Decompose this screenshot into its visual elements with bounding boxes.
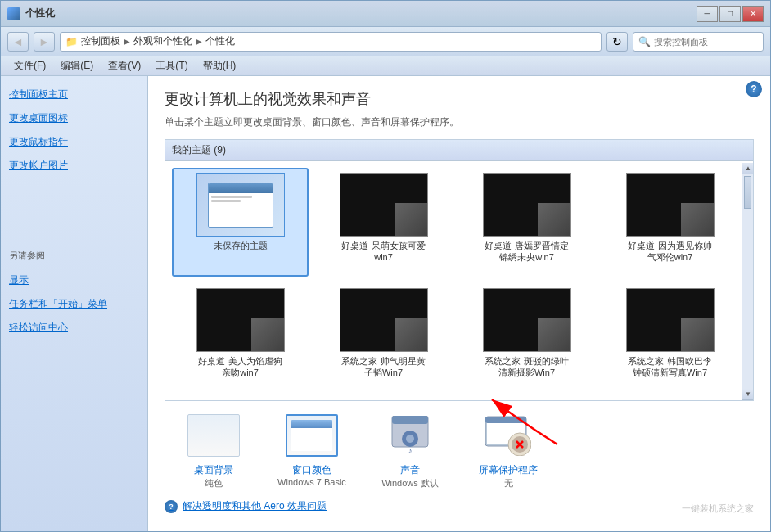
bottom-item-sound[interactable]: ♪ 声音 Windows 默认 [361,411,459,489]
search-input[interactable] [654,37,758,47]
minimize-button[interactable]: ─ [697,6,718,22]
theme-thumb-2 [483,173,571,237]
sidebar-item-display[interactable]: 显示 [9,272,139,289]
close-button[interactable]: ✕ [742,6,764,22]
theme-item-4[interactable]: 好桌道 美人为馅虐狗亲吻win7 [172,283,309,392]
theme-item-3[interactable]: 好桌道 因为遇见你帅气邓伦win7 [602,168,738,277]
corner-decoration-7 [681,318,714,351]
menu-file[interactable]: 文件(F) [7,57,52,74]
corner-decoration-3 [681,203,714,236]
menu-bar: 文件(F) 编辑(E) 查看(V) 工具(T) 帮助(H) [1,56,770,76]
refresh-icon: ↻ [612,35,622,48]
window-mock-line1 [211,196,252,198]
scroll-thumb[interactable] [744,176,751,209]
sidebar-item-taskbar[interactable]: 任务栏和「开始」菜单 [9,295,139,313]
search-box[interactable]: 🔍 [633,32,764,52]
scroll-down-button[interactable]: ▼ [742,389,754,400]
theme-label-1: 好桌道 呆萌女孩可爱win7 [339,240,429,264]
sidebar-item-home[interactable]: 控制面板主页 [9,86,139,103]
sidebar: 控制面板主页 更改桌面图标 更改鼠标指针 更改帐户图片 另请参阅 显示 任务栏和… [1,76,148,531]
content-area: ? 更改计算机上的视觉效果和声音 单击某个主题立即更改桌面背景、窗口颜色、声音和… [148,76,770,531]
theme-item-5[interactable]: 系统之家 帅气明星黄子韬Win7 [315,283,452,392]
window-mock-titlebar [209,183,273,193]
themes-grid: 未保存的主题 好桌道 呆萌女孩可爱win7 好桌道 [165,161,753,399]
path-separator-1: ▶ [124,37,130,46]
theme-item-2[interactable]: 好桌道 唐嫣罗晋情定锦绣未央win7 [458,168,595,277]
bottom-item-screensaver[interactable]: 屏幕保护程序 无 [459,411,557,489]
bottom-label-desktop[interactable]: 桌面背景 [194,463,233,477]
bottom-label-sound[interactable]: 声音 [400,463,420,477]
theme-thumb-1 [340,173,428,237]
window-color-mock [291,420,332,451]
restore-button[interactable]: □ [719,6,741,22]
page-description: 单击某个主题立即更改桌面背景、窗口颜色、声音和屏幕保护程序。 [165,115,754,129]
bottom-item-desktop[interactable]: 桌面背景 纯色 [165,411,263,489]
window-title: 个性化 [25,7,55,20]
scroll-track [742,174,753,389]
menu-help[interactable]: 帮助(H) [196,57,243,74]
page-title: 更改计算机上的视觉效果和声音 [165,89,754,109]
theme-label-3: 好桌道 因为遇见你帅气邓伦win7 [625,240,715,264]
bottom-sublabel-window-color: Windows 7 Basic [277,477,346,487]
sidebar-item-accessibility[interactable]: 轻松访问中心 [9,319,139,336]
path-part-2: 外观和个性化 [133,34,192,48]
bottom-label-window-color[interactable]: 窗口颜色 [292,463,331,477]
corner-decoration-6 [538,318,570,351]
bottom-sublabel-screensaver: 无 [504,477,513,489]
path-part-3: 个性化 [205,34,235,48]
bottom-help-link[interactable]: ? 解决透明度和其他 Aero 效果问题 [165,499,754,513]
sound-icon: ♪ [384,414,436,457]
theme-item-6[interactable]: 系统之家 斑驳的绿叶清新摄影Win7 [458,283,595,392]
path-separator-2: ▶ [196,37,202,46]
themes-panel: 我的主题 (9) 未保 [165,139,754,401]
bottom-item-window-color[interactable]: 窗口颜色 Windows 7 Basic [263,411,361,489]
back-button[interactable]: ◄ [7,32,29,52]
address-bar: ◄ ► 📁 控制面板 ▶ 外观和个性化 ▶ 个性化 ↻ 🔍 [1,27,770,56]
window-color-body [291,428,332,451]
theme-thumb-5 [340,288,428,352]
sidebar-item-desktop-icons[interactable]: 更改桌面图标 [9,110,139,127]
forward-button[interactable]: ► [34,32,55,52]
svg-text:♪: ♪ [408,446,413,455]
theme-label-7: 系统之家 韩国欧巴李钟硕清新写真Win7 [625,355,715,379]
help-button[interactable]: ? [746,81,762,97]
path-part-1: 控制面板 [81,34,120,48]
link-icon: ? [165,500,178,513]
screensaver-icon [482,414,534,457]
folder-icon [7,7,20,20]
sidebar-item-mouse[interactable]: 更改鼠标指针 [9,133,139,151]
title-bar-controls: ─ □ ✕ [697,6,764,22]
theme-item-0[interactable]: 未保存的主题 [172,168,309,277]
window-color-icon [286,414,338,457]
menu-view[interactable]: 查看(V) [101,57,147,74]
window-mock [208,183,273,228]
address-path[interactable]: 📁 控制面板 ▶ 外观和个性化 ▶ 个性化 [60,32,602,52]
theme-thumb-6 [483,288,571,352]
theme-thumb-7 [626,288,715,352]
theme-thumb-3 [626,173,715,237]
desktop-bg-icon-wrapper [184,411,243,460]
theme-thumb-4 [196,288,285,352]
title-bar-left: 个性化 [7,7,55,20]
bottom-sublabel-desktop: 纯色 [205,477,223,489]
theme-item-1[interactable]: 好桌道 呆萌女孩可爱win7 [315,168,452,277]
bottom-link-text[interactable]: 解决透明度和其他 Aero 效果问题 [183,499,327,513]
theme-label-6: 系统之家 斑驳的绿叶清新摄影Win7 [482,355,572,379]
scroll-up-button[interactable]: ▲ [742,163,754,174]
menu-tools[interactable]: 工具(T) [149,57,194,74]
svg-rect-1 [392,416,428,424]
screensaver-icon-wrapper [479,411,538,460]
main-window: 个性化 ─ □ ✕ ◄ ► 📁 控制面板 ▶ 外观和个性化 ▶ 个性化 ↻ 🔍 … [0,0,771,532]
window-color-icon-wrapper [282,411,341,460]
theme-label-4: 好桌道 美人为馅虐狗亲吻win7 [196,355,286,379]
refresh-button[interactable]: ↻ [606,32,628,52]
theme-item-7[interactable]: 系统之家 韩国欧巴李钟硕清新写真Win7 [602,283,738,392]
bottom-label-screensaver[interactable]: 屏幕保护程序 [479,463,538,477]
window-color-titlebar [291,420,332,428]
themes-section-title: 我的主题 (9) [165,140,753,161]
desktop-bg-icon [187,414,240,457]
sidebar-item-account[interactable]: 更改帐户图片 [9,157,139,174]
menu-edit[interactable]: 编辑(E) [54,57,100,74]
search-icon: 🔍 [638,36,651,47]
svg-rect-6 [485,417,526,423]
